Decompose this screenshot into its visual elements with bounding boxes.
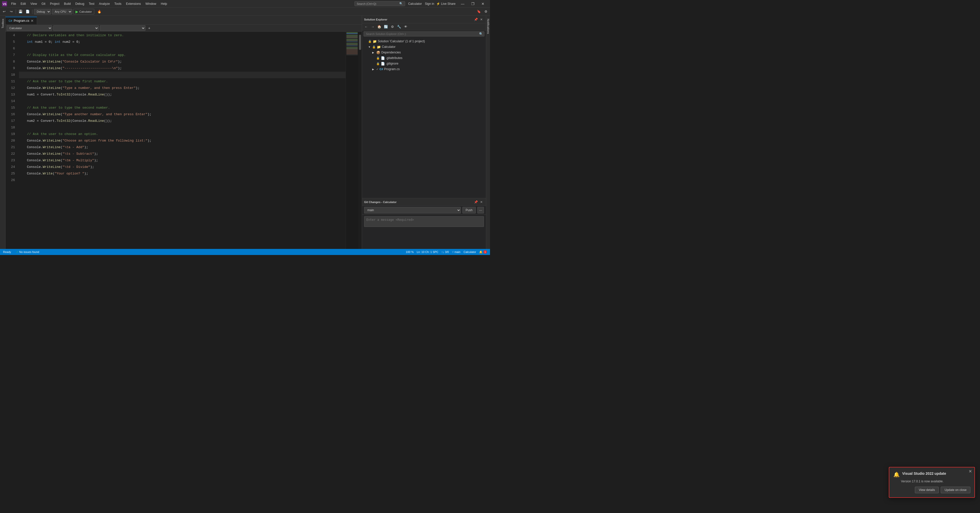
tree-item-calculator[interactable]: ▼ 🔒 📁 Calculator <box>362 44 486 50</box>
code-line-17: num2 = Convert.ToInt32(Console.ReadLine(… <box>19 118 345 124</box>
lock-icon-calc: 🔒 <box>372 45 376 49</box>
scroll-thumb[interactable] <box>359 35 361 50</box>
toolbox-label[interactable]: Toolbox <box>1 19 4 29</box>
se-preview-button[interactable]: 👁 <box>402 24 409 30</box>
code-line-23: Console.WriteLine("\tm - Multiply"); <box>19 157 345 164</box>
title-search-box[interactable]: Search (Ctrl+Q) 🔍 <box>355 1 405 6</box>
tree-item-dependencies[interactable]: ▶ 📦 Dependencies <box>362 50 486 55</box>
menu-debug[interactable]: Debug <box>73 1 86 6</box>
code-line-5: int num1 = 0; int num2 = 0; <box>19 39 345 45</box>
se-wrench-button[interactable]: 🔧 <box>396 24 402 30</box>
menu-analyze[interactable]: Analyze <box>97 1 112 6</box>
git-changes-title: Git Changes - Calculator <box>364 200 472 203</box>
menu-build[interactable]: Build <box>62 1 73 6</box>
deps-icon: 📦 <box>376 51 380 54</box>
code-editor[interactable]: 4 5 6 7 8 9 10 11 12 13 14 15 16 17 18 1… <box>6 32 362 249</box>
platform-dropdown[interactable]: Any CPU <box>52 9 72 14</box>
menu-help[interactable]: Help <box>159 1 169 6</box>
status-issues[interactable]: ✓ No issues found <box>15 249 40 255</box>
status-position[interactable]: Ln: 10 Ch: 1 SPC <box>416 249 439 255</box>
code-lines: // Declare variables and then initialize… <box>17 32 345 249</box>
menu-tools[interactable]: Tools <box>112 1 123 6</box>
live-share-button[interactable]: ⚡ Live Share <box>436 2 455 6</box>
git-changes-header: Git Changes - Calculator 📌 ✕ <box>362 198 486 206</box>
status-notification-bell[interactable]: 🔔 1 <box>478 249 488 255</box>
se-pin-button[interactable]: 📌 <box>473 17 478 22</box>
sign-in-button[interactable]: Sign in <box>425 2 434 6</box>
status-project[interactable]: Calculator <box>462 249 477 255</box>
ready-text: Ready <box>3 251 11 254</box>
minimize-button[interactable]: — <box>458 0 468 8</box>
file-icon-gitattr: 📄 <box>381 56 385 60</box>
status-zoom[interactable]: 100 % <box>405 249 415 255</box>
code-line-11: // Ask the user to type the first number… <box>19 78 345 85</box>
code-toolbar: Calculator + <box>6 25 362 32</box>
tree-item-solution[interactable]: 🔒 📁 Solution 'Calculator' (1 of 1 projec… <box>362 38 486 44</box>
se-search[interactable]: 🔍 <box>364 32 484 37</box>
status-ready[interactable]: Ready <box>2 249 12 255</box>
se-toolbar: ← → 🏠 🔄 ⚙ 🔧 👁 <box>362 23 486 30</box>
menu-git[interactable]: Git <box>40 1 48 6</box>
code-line-26 <box>19 177 345 184</box>
save-button[interactable]: 💾 <box>18 9 24 15</box>
menu-bar: File Edit View Git Project Build Debug T… <box>9 1 355 6</box>
lock-icon-solution: 🔒 <box>368 40 372 43</box>
tree-item-gitignore[interactable]: 🔒 📄 .gitignore <box>362 61 486 66</box>
menu-test[interactable]: Test <box>87 1 97 6</box>
status-git-changes[interactable]: ↑↓ 3/0 <box>440 249 450 255</box>
tree-item-gitattributes[interactable]: 🔒 📄 .gitattributes <box>362 55 486 61</box>
se-sync-button[interactable]: 🔄 <box>383 24 389 30</box>
hot-reload-button[interactable]: 🔥 <box>96 9 102 15</box>
title-bar: VS File Edit View Git Project Build Debu… <box>0 0 490 8</box>
solution-explorer-header: Solution Explorer 📌 ✕ <box>362 16 486 23</box>
git-changes-text: ↑↓ 3/0 <box>441 251 449 254</box>
vertical-scrollbar[interactable] <box>358 32 362 249</box>
program-cs-tab[interactable]: C# Program.cs ✕ <box>6 17 37 24</box>
method-dropdown1[interactable] <box>53 25 99 31</box>
method-dropdown2[interactable] <box>100 25 145 31</box>
dependencies-label: Dependencies <box>381 51 401 54</box>
solution-explorer: Solution Explorer 📌 ✕ ← → 🏠 🔄 ⚙ 🔧 👁 🔍 <box>362 16 486 198</box>
se-back-button[interactable]: ← <box>363 24 369 30</box>
branch-dropdown[interactable]: main <box>364 207 461 213</box>
close-button[interactable]: ✕ <box>478 0 488 8</box>
se-search-input[interactable] <box>364 32 484 37</box>
se-home-button[interactable]: 🏠 <box>376 24 382 30</box>
menu-extensions[interactable]: Extensions <box>124 1 143 6</box>
gitignore-label: .gitignore <box>386 62 398 65</box>
se-filter-button[interactable]: ⚙ <box>390 24 396 30</box>
bookmark-button[interactable]: 🔖 <box>476 9 482 15</box>
se-close-button[interactable]: ✕ <box>479 17 484 22</box>
se-forward-button[interactable]: → <box>370 24 376 30</box>
tab-close-button[interactable]: ✕ <box>31 19 34 23</box>
branch-text: main <box>455 251 461 254</box>
maximize-button[interactable]: ❐ <box>468 0 478 8</box>
git-more-button[interactable]: ··· <box>477 207 484 213</box>
push-button[interactable]: Push <box>462 207 476 213</box>
git-close-button[interactable]: ✕ <box>479 200 484 205</box>
menu-file[interactable]: File <box>9 1 18 6</box>
notifications-label[interactable]: Notifications <box>487 19 490 34</box>
settings-button[interactable]: ⚙ <box>483 9 489 15</box>
new-file-button[interactable]: 📄 <box>25 9 31 15</box>
expand-button[interactable]: + <box>146 25 152 31</box>
csharp-icon: C# <box>380 68 383 71</box>
tree-item-programcs[interactable]: ▶ ✓ C# Program.cs <box>362 66 486 72</box>
redo-button[interactable]: ↪ <box>8 9 14 15</box>
status-branch[interactable]: ⑂ main <box>451 249 461 255</box>
code-line-21: Console.WriteLine("\ta - Add"); <box>19 144 345 151</box>
menu-project[interactable]: Project <box>48 1 61 6</box>
undo-button[interactable]: ↩ <box>1 9 7 15</box>
git-message-input[interactable] <box>364 216 484 227</box>
menu-window[interactable]: Window <box>143 1 158 6</box>
issues-text: No issues found <box>19 251 39 254</box>
git-pin-button[interactable]: 📌 <box>473 200 478 205</box>
gitattributes-label: .gitattributes <box>386 56 402 60</box>
code-line-10 <box>19 71 345 78</box>
config-dropdown[interactable]: Debug <box>34 9 51 14</box>
run-button[interactable]: ▶ Calculator <box>73 9 94 14</box>
class-dropdown[interactable]: Calculator <box>6 25 52 31</box>
menu-edit[interactable]: Edit <box>19 1 28 6</box>
menu-view[interactable]: View <box>29 1 39 6</box>
code-line-4: // Declare variables and then initialize… <box>19 32 345 39</box>
